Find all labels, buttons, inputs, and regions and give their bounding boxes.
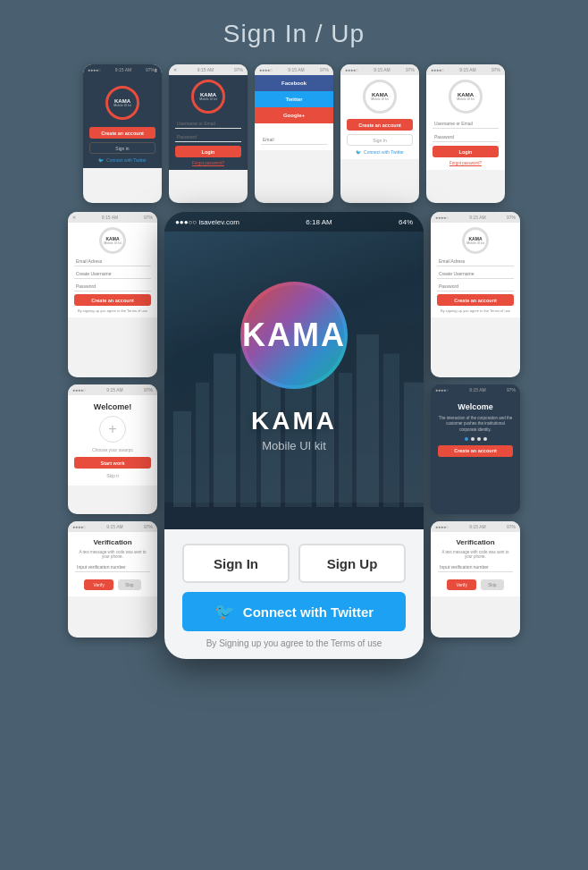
password-field-2[interactable] (175, 132, 241, 142)
email-reg[interactable] (74, 257, 151, 266)
password-reg-r[interactable] (437, 282, 514, 291)
phone-4: ●●●●○9:15 AM97% KAMA Mobile UI kit Creat… (340, 64, 419, 203)
left-col: ✕9:15 AM97% KAMA Mobile UI kit Create an… (68, 212, 157, 638)
right-col: ●●●●○9:15 AM97% KAMA Mobile UI kit Creat… (431, 212, 520, 638)
phone-5-content: KAMA Mobile UI kit Login Forgot password… (426, 75, 505, 170)
main-signin-btn[interactable]: Sign In (182, 544, 290, 583)
create-account-btn-1[interactable]: Create an account (89, 127, 155, 139)
verification-r-desc: A text message with code was sent to you… (438, 550, 513, 559)
choose-text: Choose your avaırpc (92, 447, 133, 452)
main-app-name: KAMA (251, 407, 337, 435)
main-twitter-btn[interactable]: 🐦 Connect with Twitter (182, 592, 406, 631)
status-bar-reg-r: ●●●●○9:15 AM97% (431, 212, 520, 223)
twitter-link-1[interactable]: 🐦 Connect with Twitter (98, 157, 147, 163)
main-phone: ●●●○○ isavelev.com 6:18 AM 64% KAMA KAMA… (164, 212, 424, 659)
facebook-btn[interactable]: Facebook (255, 75, 333, 91)
phone-welcome: ●●●●○9:15 AM97% Welcome! + Choose your a… (68, 384, 157, 514)
dot-3 (477, 437, 481, 441)
twitter-link-4[interactable]: 🐦 Connect with Twitter (356, 149, 404, 155)
avatar-plus[interactable]: + (99, 416, 126, 443)
signin-btn-4[interactable]: Sign In (347, 134, 413, 146)
phone-3: ●●●●○9:15 AM97% Facebook Twitter Google+ (255, 64, 333, 203)
main-signup-btn[interactable]: Sign Up (298, 544, 406, 583)
dot-2 (471, 437, 475, 441)
kama-logo-4: KAMA Mobile UI kit (363, 80, 397, 114)
status-bar-verif: ●●●●○9:15 AM97% (68, 521, 157, 532)
status-left: ●●●○○ isavelev.com (175, 218, 239, 226)
verify-btn[interactable]: Verify (84, 579, 113, 590)
signin-signup-row: Sign In Sign Up (182, 544, 406, 583)
username-reg[interactable] (74, 269, 151, 279)
phone-1: ●●●●○9:15 AM97%▮ KAMA Mobile UI kit Crea… (83, 64, 162, 203)
status-bar-welcome2: ●●●●○9:15 AM97% (431, 384, 520, 395)
terms-reg: By signing up you agree to the Terms of … (78, 308, 147, 313)
kama-logo-reg-r: KAMA Mobile UI kit (462, 227, 489, 254)
status-bar-2: ✕9:15 AM97% (169, 64, 248, 75)
main-status-bar: ●●●○○ isavelev.com 6:18 AM 64% (164, 212, 424, 232)
login-btn-5[interactable]: Login (433, 146, 499, 157)
twitter-bird-icon: 🐦 (214, 602, 234, 621)
status-bar-1: ●●●●○9:15 AM97%▮ (83, 64, 162, 75)
phone-2: ✕9:15 AM97% KAMA Mobile UI kit Login For… (169, 64, 248, 203)
signin-btn-1[interactable]: Sign in (89, 142, 155, 154)
main-app-subtitle: Mobile UI kit (262, 439, 326, 452)
welcome-title: Welcome! (94, 402, 131, 411)
welcome2-desc: The interaction of the corporation and t… (438, 416, 513, 433)
password-reg[interactable] (74, 282, 151, 291)
forgot-link-2[interactable]: Forgot password? (192, 161, 224, 165)
verification-title: Verification (75, 538, 150, 546)
username-field-5[interactable] (433, 119, 499, 129)
main-kama-title: KAMA (242, 317, 346, 354)
skip-btn[interactable]: Skip (118, 579, 141, 590)
login-btn-2[interactable]: Login (175, 146, 241, 157)
phone-3-content: Facebook Twitter Google+ (255, 75, 333, 150)
kama-logo-1: KAMA Mobile UI kit (105, 86, 139, 120)
welcome-content: Welcome! + Choose your avaırpc Start wor… (68, 395, 157, 486)
middle-section: ✕9:15 AM97% KAMA Mobile UI kit Create an… (0, 203, 588, 668)
phone-register-r: ●●●●○9:15 AM97% KAMA Mobile UI kit Creat… (431, 212, 520, 377)
username-field-2[interactable] (175, 119, 241, 129)
status-bar-welcome: ●●●●○9:15 AM97% (68, 384, 157, 395)
verify-btn-r[interactable]: Verify (447, 579, 476, 590)
verif-input-r[interactable] (438, 562, 513, 572)
twitter-btn-text: Connect with Twitter (243, 604, 374, 620)
skip-btn-r[interactable]: Skip (481, 579, 504, 590)
email-field-3[interactable] (261, 135, 327, 145)
password-field-5[interactable] (433, 132, 499, 142)
phone-register: ✕9:15 AM97% KAMA Mobile UI kit Create an… (68, 212, 157, 377)
logo-area: KAMA KAMA Mobile UI kit (164, 232, 424, 529)
phone-2-content: KAMA Mobile UI kit Login Forgot password… (169, 75, 248, 170)
google-btn[interactable]: Google+ (255, 107, 333, 123)
create-account-btn-4[interactable]: Create an account (347, 119, 413, 131)
create-btn-reg[interactable]: Create an account (74, 294, 151, 306)
status-bar-5: ●●●●○9:15 AM97% (426, 64, 505, 75)
start-btn[interactable]: Start work (74, 457, 151, 469)
verification-desc: A text message with code was sent to you… (75, 550, 150, 559)
verification-r-content: Verification A text message with code wa… (431, 532, 520, 596)
kama-logo-reg: KAMA Mobile UI kit (99, 227, 126, 254)
status-bar-4: ●●●●○9:15 AM97% (340, 64, 419, 75)
create-btn-reg-r[interactable]: Create an account (437, 294, 514, 306)
forgot-link-5[interactable]: Forgot password? (449, 161, 482, 165)
verif-input[interactable] (75, 562, 150, 572)
twitter-icon-1: 🐦 (98, 157, 104, 163)
phone-1-content: KAMA Mobile UI kit Create an account Sig… (83, 75, 162, 168)
create-btn-welcome2[interactable]: Create an account (438, 445, 513, 457)
status-time: 6:18 AM (306, 218, 332, 226)
email-reg-r[interactable] (437, 257, 514, 266)
welcome2-content: Welcome The interaction of the corporati… (431, 395, 520, 464)
phone-welcome2: ●●●●○9:15 AM97% Welcome The interaction … (431, 384, 520, 514)
phone-verification: ●●●●○9:15 AM97% Verification A text mess… (68, 521, 157, 638)
email-section (255, 123, 333, 150)
username-reg-r[interactable] (437, 269, 514, 279)
register-content: KAMA Mobile UI kit Create an account By … (68, 223, 157, 317)
register-r-content: KAMA Mobile UI kit Create an account By … (431, 223, 520, 317)
terms-reg-r: By signing up you agree to the Terms of … (441, 308, 510, 313)
welcome2-title: Welcome (438, 402, 513, 411)
twitter-btn[interactable]: Twitter (255, 91, 333, 107)
skip-link[interactable]: Skip it (106, 473, 119, 478)
terms-text: By Signing up you agree to the Terms of … (182, 638, 406, 648)
twitter-icon-4: 🐦 (356, 149, 361, 155)
phone-4-content: KAMA Mobile UI kit Create an account Sig… (340, 75, 419, 159)
kama-sub-1: Mobile UI kit (113, 104, 130, 107)
